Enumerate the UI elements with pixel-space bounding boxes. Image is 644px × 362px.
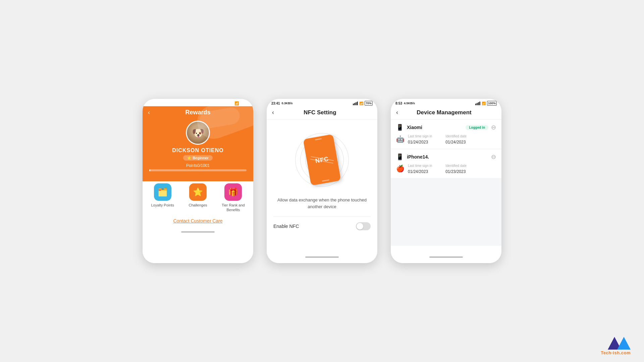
xiaomi-icon: 📱 — [396, 124, 404, 131]
xiaomi-dates: Last time sign in 01/24/2023 Identified … — [408, 134, 467, 145]
tier-badge: ⭐ Beginner — [183, 155, 213, 161]
identified-date-value-xiaomi: 01/24/2023 — [445, 140, 466, 144]
device-header: ‹ Device Management — [391, 106, 501, 120]
nfc-rings-wrap: NFC — [292, 130, 352, 190]
nfc-home-indicator-wrap — [267, 252, 377, 263]
device-empty-area — [391, 179, 501, 246]
iphone-dates: Last time sign in 01/24/2023 Identified … — [408, 164, 467, 174]
network-device: 4.5KB/s — [404, 102, 415, 105]
tier-rank-label: Tier Rank and Benefits — [217, 203, 250, 213]
tier-rank-icon: 🎁 — [224, 183, 242, 201]
rewards-back-button[interactable]: ‹ — [148, 109, 150, 116]
iphone-name: iPhone14. — [407, 154, 429, 160]
signal-icon-nfc — [353, 102, 358, 105]
user-name: DICKSON OTIENO — [172, 147, 224, 154]
tier-rank-card[interactable]: 🎁 Tier Rank and Benefits — [217, 183, 250, 213]
device-item-left-xiaomi: 📱 Xiaomi — [396, 124, 422, 131]
watermark: Tech-ish.com — [601, 337, 631, 355]
points-bar-fill — [149, 169, 150, 171]
iphone-last-signin-col: Last time sign in 01/24/2023 — [408, 164, 432, 174]
points-value: 0/1001 — [197, 163, 210, 168]
contact-care-section: Contact Customer Care — [146, 213, 250, 227]
android-icon: 🤖 — [396, 135, 405, 145]
status-bar-device: 8:53 4.5KB/s 📶 100% — [391, 99, 501, 106]
signal-icon-device — [475, 102, 480, 105]
cards-row: 🗂️ Loyalty Points ⭐ Challenges 🎁 Tier Ra… — [146, 183, 250, 213]
time-rewards: 23:41 — [147, 102, 156, 105]
tier-label: Beginner — [193, 156, 209, 160]
enable-nfc-label: Enable NFC — [273, 224, 299, 229]
xiaomi-detail: 🤖 Last time sign in 01/24/2023 Identifie… — [396, 134, 496, 145]
watermark-text: Tech-ish.com — [601, 350, 631, 355]
status-bar-nfc: 23:41 0.3KB/s 📶 70% — [267, 99, 377, 106]
identified-date-value-iphone: 01/23/2023 — [445, 169, 466, 174]
wifi-icon-nfc: 📶 — [359, 102, 363, 105]
last-signin-value-iphone: 01/24/2023 — [408, 169, 428, 174]
points-row: Points 0/1001 — [179, 161, 216, 168]
device-item-top-iphone: 📱 iPhone14. ⊖ — [396, 153, 496, 161]
nfc-illustration: NFC — [267, 120, 377, 197]
rewards-header-top: ‹ Rewards — [143, 106, 253, 116]
last-signin-value-xiaomi: 01/24/2023 — [408, 140, 428, 144]
challenges-label: Challenges — [189, 203, 207, 207]
nfc-phone-notch — [315, 138, 322, 140]
iphone-detail: 🍎 Last time sign in 01/24/2023 Identifie… — [396, 164, 496, 174]
iphone-remove-button[interactable]: ⊖ — [491, 153, 496, 161]
identified-date-label-iphone: Identified date — [445, 164, 467, 168]
contact-customer-care-link[interactable]: Contact Customer Care — [173, 218, 222, 224]
iphone-icon: 📱 — [396, 153, 404, 161]
status-bar-rewards: 23:41 989KB/s 📶 70% — [143, 99, 253, 106]
xiaomi-name: Xiaomi — [407, 125, 422, 130]
home-indicator — [181, 231, 215, 233]
last-signin-label-iphone: Last time sign in — [408, 164, 432, 168]
device-list: 📱 Xiaomi Logged in ⊖ 🤖 Last time sign in… — [391, 120, 501, 252]
nfc-phone-home — [322, 179, 329, 182]
toggle-knob — [357, 223, 363, 230]
status-right-nfc: 📶 70% — [353, 101, 373, 106]
status-left-nfc: 23:41 0.3KB/s — [271, 102, 293, 105]
points-label: Points — [186, 163, 197, 168]
wifi-icon-device: 📶 — [482, 102, 486, 105]
battery-rewards: 70% — [240, 101, 249, 106]
nfc-toggle-switch[interactable] — [356, 222, 371, 230]
status-left-device: 8:53 4.5KB/s — [395, 102, 415, 105]
xiaomi-right: Logged in ⊖ — [466, 124, 496, 131]
iphone-identified-col: Identified date 01/23/2023 — [445, 164, 467, 174]
xiaomi-identified-col: Identified date 01/24/2023 — [445, 134, 467, 145]
network-speed-rewards: 989KB/s — [158, 102, 170, 105]
nfc-header: ‹ NFC Setting — [267, 106, 377, 120]
watermark-logo — [608, 337, 631, 350]
apple-icon: 🍎 — [396, 165, 405, 174]
nfc-description: Allow data exchange when the phone touch… — [267, 197, 377, 217]
battery-nfc: 70% — [365, 101, 373, 106]
rewards-header: ‹ Rewards 🐶 DICKSON OTIENO ⭐ Beginner Po… — [143, 106, 253, 181]
xiaomi-remove-button[interactable]: ⊖ — [491, 124, 496, 131]
signal-icon — [228, 102, 233, 105]
device-home-indicator — [429, 256, 463, 258]
device-back-button[interactable]: ‹ — [396, 109, 398, 116]
nfc-home-indicator — [305, 256, 339, 258]
status-right: 📶 70% — [228, 101, 249, 106]
status-right-device: 📶 100% — [475, 101, 497, 106]
device-management-screen: 8:53 4.5KB/s 📶 100% ‹ Device Management … — [391, 99, 501, 263]
wm-triangle-right — [617, 337, 631, 350]
points-bar-bg — [149, 169, 247, 171]
identified-date-label-xiaomi: Identified date — [445, 134, 467, 138]
loyalty-points-icon: 🗂️ — [154, 183, 171, 201]
device-home-indicator-wrap — [391, 252, 501, 263]
xiaomi-status-badge: Logged in — [466, 125, 488, 130]
last-signin-label-xiaomi: Last time sign in — [408, 134, 432, 138]
wifi-icon: 📶 — [234, 101, 239, 106]
nfc-back-button[interactable]: ‹ — [272, 109, 274, 116]
time-nfc: 23:41 — [271, 102, 280, 105]
points-bar-wrap — [143, 168, 253, 171]
loyalty-points-card[interactable]: 🗂️ Loyalty Points — [146, 183, 179, 213]
time-device: 8:53 — [395, 102, 402, 105]
device-item-top-xiaomi: 📱 Xiaomi Logged in ⊖ — [396, 124, 496, 131]
nfc-title: NFC Setting — [277, 109, 363, 116]
tier-star-icon: ⭐ — [187, 156, 191, 160]
network-nfc: 0.3KB/s — [282, 102, 293, 105]
device-item-xiaomi: 📱 Xiaomi Logged in ⊖ 🤖 Last time sign in… — [391, 120, 501, 149]
challenges-card[interactable]: ⭐ Challenges — [181, 183, 214, 213]
nfc-screen: 23:41 0.3KB/s 📶 70% ‹ NFC Setting NFC — [267, 99, 377, 263]
